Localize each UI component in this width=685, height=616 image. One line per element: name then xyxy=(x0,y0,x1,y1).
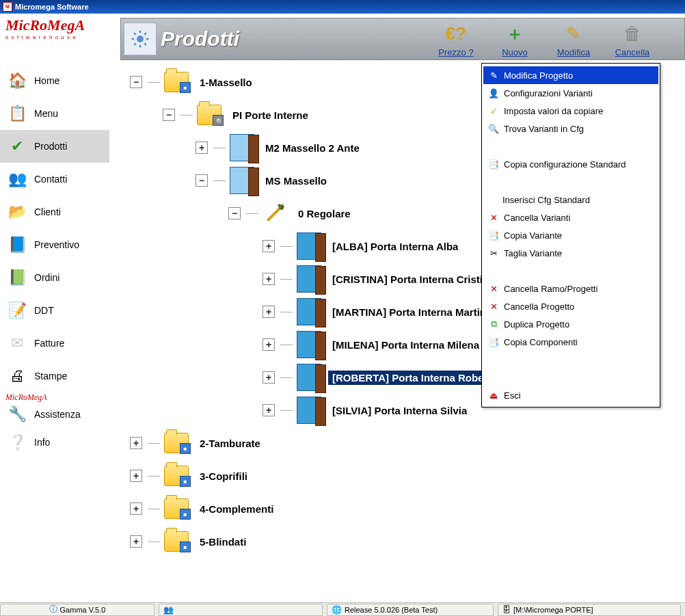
cm-config-varianti[interactable]: 👤Configurazioni Varianti xyxy=(483,84,658,102)
expand-icon[interactable]: + xyxy=(130,535,142,548)
cm-inserisci-cfg-std[interactable]: Inserisci Cfg Standard xyxy=(483,191,658,209)
folder-icon: ■ xyxy=(163,429,190,457)
delete-icon: ✕ xyxy=(487,300,500,312)
cm-trova-varianti[interactable]: 🔍Trova Varianti in Cfg xyxy=(483,120,658,137)
db-icon: 🗄 xyxy=(502,605,511,615)
nuovo-button[interactable]: ＋ Nuovo xyxy=(487,21,542,57)
menu-icon: 📋 xyxy=(5,102,29,125)
wand-icon xyxy=(261,200,288,227)
plus-icon: ＋ xyxy=(500,21,529,47)
status-gamma: ⓘGamma V.5.0 xyxy=(0,604,155,616)
sidebar-item-stampe[interactable]: 🖨Stampe xyxy=(0,360,109,392)
sidebar-item-preventivo[interactable]: 📘Preventivo xyxy=(0,228,109,261)
collapse-icon[interactable]: − xyxy=(228,207,241,219)
tree-node-blindati[interactable]: + ■ 5-Blindati xyxy=(130,525,680,558)
collapse-icon[interactable]: − xyxy=(163,109,175,121)
expand-icon[interactable]: + xyxy=(263,338,275,351)
sidebar-item-ordini[interactable]: 📗Ordini xyxy=(0,261,109,294)
page-gear-icon xyxy=(124,23,157,55)
cm-cancella-varianti[interactable]: ✕Cancella Varianti xyxy=(483,209,658,226)
trash-icon: 🗑 xyxy=(618,21,647,47)
product-door-icon xyxy=(295,298,323,325)
expand-icon[interactable]: + xyxy=(263,306,275,318)
folder-icon: ■ xyxy=(163,495,190,522)
cm-duplica-progetto[interactable]: ⧉Duplica Progetto xyxy=(483,315,658,333)
person-icon: 👤 xyxy=(487,87,500,99)
cm-modifica-progetto[interactable]: ✎Modifica Progetto xyxy=(483,66,658,84)
check-icon: ✓ xyxy=(487,105,500,117)
cm-cancella-progetto[interactable]: ✕Cancella Progetto xyxy=(483,297,658,315)
copy-icon: 📑 xyxy=(487,336,500,348)
status-spacer: 👥 xyxy=(159,604,323,616)
people-icon: 👥 xyxy=(5,168,29,191)
sidebar-item-info[interactable]: ❔Info xyxy=(0,426,109,459)
expand-icon[interactable]: + xyxy=(263,404,275,416)
expand-icon[interactable]: + xyxy=(263,240,275,252)
product-door-icon xyxy=(295,397,323,424)
folder-icon: 📂 xyxy=(5,200,29,224)
question-icon: ❔ xyxy=(5,431,29,454)
page-title-block: Prodotti xyxy=(124,23,239,55)
book-icon: 📘 xyxy=(5,233,29,256)
folder-icon: ■ xyxy=(163,528,190,555)
pencil-icon: ✎ xyxy=(559,21,588,47)
wand-icon: ✎ xyxy=(487,69,500,81)
sidebar-item-ddt[interactable]: 📝DDT xyxy=(0,294,109,327)
app-icon: M xyxy=(3,2,12,12)
expand-icon[interactable]: + xyxy=(196,142,208,154)
tree-node-complementi[interactable]: + ■ 4-Complementi xyxy=(130,492,680,525)
logo-text: MicRoMegA xyxy=(5,16,115,34)
tree-node-tamburate[interactable]: + ■ 2-Tamburate xyxy=(130,427,680,459)
sidebar-item-menu[interactable]: 📋Menu xyxy=(0,97,109,130)
collapse-icon[interactable]: − xyxy=(196,174,208,187)
status-bar: ⓘGamma V.5.0 👥 🌐Release 5.0.026 (Beta Te… xyxy=(0,602,685,616)
folder-icon: ■ xyxy=(163,68,190,96)
sidebar-item-assistenza[interactable]: 🔧Assistenza xyxy=(0,403,109,426)
prezzo-button[interactable]: €? Prezzo ? xyxy=(429,21,483,57)
note-icon: 📝 xyxy=(5,299,29,322)
info-icon: ⓘ xyxy=(49,604,57,615)
expand-icon[interactable]: + xyxy=(263,371,275,384)
delete-icon: ✕ xyxy=(487,282,500,295)
door-icon xyxy=(228,134,256,161)
expand-icon[interactable]: + xyxy=(263,273,275,285)
cm-copia-config-std[interactable]: 📑Copia configurazione Standard xyxy=(483,155,658,173)
folder-gear-icon: ⚙ xyxy=(196,101,223,129)
sidebar-item-clienti[interactable]: 📂Clienti xyxy=(0,196,109,228)
main-toolbar: Prodotti €? Prezzo ? ＋ Nuovo ✎ Modifica … xyxy=(120,18,685,60)
search-icon: 🔍 xyxy=(487,122,500,135)
exit-icon: ⏏ xyxy=(487,389,500,401)
status-path: 🗄[M:\Micromega PORTE] xyxy=(498,604,681,616)
sidebar-item-prodotti[interactable]: ✔Prodotti xyxy=(0,130,109,163)
people-icon: 👥 xyxy=(163,605,174,615)
expand-icon[interactable]: + xyxy=(130,470,142,482)
cm-taglia-variante[interactable]: ✂Taglia Variante xyxy=(483,244,658,262)
expand-icon[interactable]: + xyxy=(130,437,142,449)
product-door-icon xyxy=(295,331,323,358)
product-door-icon xyxy=(295,364,323,391)
cm-copia-componenti[interactable]: 📑Copia Componenti xyxy=(483,333,658,351)
window-titlebar: M Micromega Software xyxy=(0,0,685,14)
product-door-icon xyxy=(295,265,323,293)
home-icon: 🏠 xyxy=(5,69,29,92)
cm-esci[interactable]: ⏏Esci xyxy=(483,386,658,404)
context-menu: ✎Modifica Progetto 👤Configurazioni Varia… xyxy=(481,63,660,407)
collapse-icon[interactable]: − xyxy=(130,76,142,88)
modifica-button[interactable]: ✎ Modifica xyxy=(546,21,601,57)
sidebar-item-fatture[interactable]: ✉Fatture xyxy=(0,327,109,360)
cancella-button[interactable]: 🗑 Cancella xyxy=(605,21,660,57)
cm-cancella-ramo[interactable]: ✕Cancella Ramo/Progetti xyxy=(483,280,658,297)
cut-icon: ✂ xyxy=(487,247,500,259)
tree-node-coprifili[interactable]: + ■ 3-Coprifili xyxy=(130,459,680,492)
expand-icon[interactable]: + xyxy=(130,503,142,515)
cm-imposta-valori[interactable]: ✓Imposta valori da copiare xyxy=(483,102,658,120)
cm-copia-variante[interactable]: 📑Copia Variante xyxy=(483,226,658,244)
ledger-icon: 📗 xyxy=(5,266,29,289)
page-title: Prodotti xyxy=(161,27,239,51)
sidebar-item-home[interactable]: 🏠Home xyxy=(0,64,109,97)
product-door-icon xyxy=(295,232,323,260)
app-title: Micromega Software xyxy=(15,3,89,11)
globe-icon: 🌐 xyxy=(332,605,342,615)
sidebar-item-contatti[interactable]: 👥Contatti xyxy=(0,163,109,196)
copy-icon: 📑 xyxy=(487,158,500,170)
